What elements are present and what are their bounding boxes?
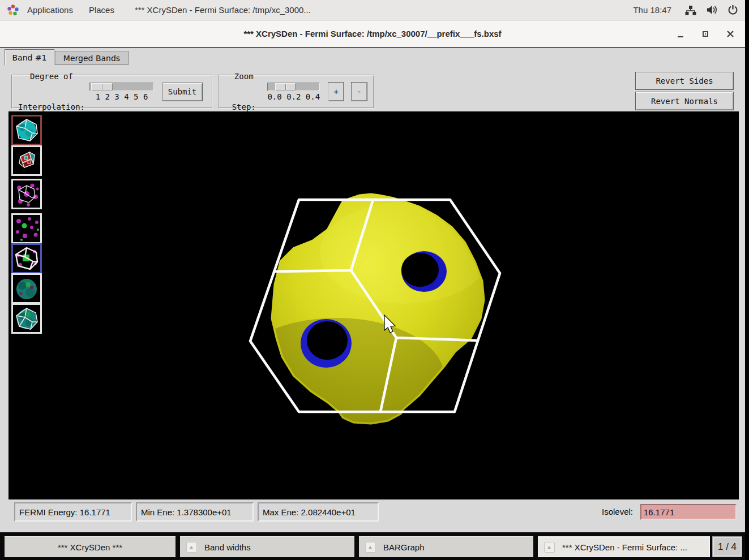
- thumb-teal-wireframe-ball[interactable]: [11, 303, 42, 334]
- window-titlebar[interactable]: *** XCrySDen - Fermi Surface: /tmp/xc_30…: [0, 20, 745, 48]
- menu-places[interactable]: Places: [81, 5, 122, 15]
- thumb-magenta-green-pockets[interactable]: [11, 213, 42, 244]
- taskbar-item-bargraph-label: BARGraph: [383, 542, 425, 552]
- revert-normals-button[interactable]: Revert Normals: [635, 92, 734, 110]
- close-icon[interactable]: [726, 29, 735, 38]
- topbar-active-window-title[interactable]: *** XCrySDen - Fermi Surface: /tmp/xc_30…: [135, 5, 311, 15]
- taskbar-item-band-widths[interactable]: Band widths: [180, 536, 354, 557]
- window-icon: [186, 542, 197, 553]
- fermi-surface-render: [8, 111, 739, 499]
- volume-icon[interactable]: [707, 5, 717, 15]
- taskbar-item-band-widths-label: Band widths: [204, 542, 251, 552]
- interpolation-slider-ticks: 1 2 3 4 5 6: [89, 92, 154, 101]
- zoom-label-line2: Step:: [225, 102, 263, 112]
- interpolation-label-line1: Degree of: [18, 71, 85, 81]
- interpolation-group: Degree of Interpolation: 1 2 3 4 5 6 Sub…: [11, 75, 213, 109]
- interpolation-label-line2: Interpolation:: [18, 102, 85, 112]
- workspace-pager[interactable]: 1 / 4: [712, 536, 742, 557]
- window-title: *** XCrySDen - Fermi Surface: /tmp/xc_30…: [0, 20, 745, 47]
- power-icon[interactable]: [727, 5, 738, 15]
- fermi-surface-blob: [229, 195, 490, 437]
- zoom-group: Zoom Step: 0.0 0.2 0.4 + -: [218, 75, 374, 109]
- zoom-slider-handle[interactable]: [275, 83, 296, 91]
- zoom-slider-trough[interactable]: [267, 83, 320, 91]
- taskbar: *** XCrySDen *** Band widths BARGraph **…: [0, 532, 745, 560]
- window-icon: [365, 542, 376, 553]
- thumb-red-cyan-cube[interactable]: [11, 145, 42, 176]
- screen: Applications Places *** XCrySDen - Fermi…: [0, 0, 749, 560]
- zoom-slider[interactable]: 0.0 0.2 0.4: [267, 83, 320, 101]
- workspace-pager-label: 1 / 4: [718, 541, 737, 553]
- taskbar-item-fermi-surface[interactable]: *** XCrySDen - Fermi Surface: ...: [538, 536, 710, 557]
- zoom-out-button-label: -: [357, 87, 361, 96]
- isolevel-label: Isolevel:: [602, 507, 633, 516]
- desktop-top-bar: Applications Places *** XCrySDen - Fermi…: [0, 0, 745, 20]
- max-energy-status: Max Ene: 2.082440e+01: [258, 502, 379, 522]
- min-energy-text: Min Ene: 1.378300e+01: [141, 507, 232, 517]
- fermi-energy-text: FERMI Energy: 16.1771: [19, 507, 110, 517]
- revert-sides-button[interactable]: Revert Sides: [635, 72, 734, 90]
- revert-sides-label: Revert Sides: [656, 76, 713, 85]
- tab-band-1[interactable]: Band #1: [5, 49, 54, 65]
- thumb-wireframe-green-cell[interactable]: [11, 243, 42, 274]
- submit-button-label: Submit: [168, 87, 197, 96]
- minimize-icon[interactable]: [676, 29, 685, 38]
- menu-applications[interactable]: Applications: [19, 5, 81, 15]
- fermi-surface-canvas[interactable]: [8, 111, 739, 499]
- interpolation-slider-trough[interactable]: [89, 83, 154, 91]
- thumb-cyan-fermi-wireframe[interactable]: [11, 115, 42, 145]
- revert-normals-label: Revert Normals: [651, 97, 718, 106]
- tab-band-1-label: Band #1: [12, 53, 46, 62]
- zoom-in-button-label: +: [333, 87, 338, 96]
- thumb-magenta-wireframe[interactable]: [11, 179, 42, 209]
- zoom-in-button[interactable]: +: [328, 82, 344, 101]
- window-icon: [544, 542, 555, 553]
- surface-hole-lower: [301, 319, 352, 368]
- zoom-label-line1: Zoom: [225, 71, 263, 81]
- taskbar-item-xcrysden[interactable]: *** XCrySDen ***: [5, 536, 176, 557]
- min-energy-status: Min Ene: 1.378300e+01: [136, 502, 254, 522]
- maximize-icon[interactable]: [701, 29, 710, 38]
- interpolation-slider[interactable]: 1 2 3 4 5 6: [89, 83, 154, 101]
- max-energy-text: Max Ene: 2.082440e+01: [263, 507, 356, 517]
- interpolation-slider-handle[interactable]: [91, 83, 113, 91]
- isolevel-input[interactable]: [640, 504, 737, 520]
- zoom-out-button[interactable]: -: [351, 82, 367, 101]
- taskbar-item-xcrysden-label: *** XCrySDen ***: [58, 542, 122, 552]
- xcrysden-window: Band #1 Merged Bands Degree of Interpola…: [0, 48, 745, 532]
- fermi-energy-status: FERMI Energy: 16.1771: [14, 502, 132, 522]
- distro-logo-icon[interactable]: [7, 4, 19, 16]
- clock[interactable]: Thu 18:47: [633, 5, 671, 15]
- network-icon[interactable]: [685, 5, 696, 15]
- thumb-teal-ball[interactable]: [11, 273, 42, 304]
- zoom-slider-ticks: 0.0 0.2 0.4: [267, 92, 320, 101]
- submit-button[interactable]: Submit: [162, 83, 203, 101]
- taskbar-item-fermi-surface-label: *** XCrySDen - Fermi Surface: ...: [562, 542, 687, 552]
- taskbar-item-bargraph[interactable]: BARGraph: [359, 536, 533, 557]
- surface-hole-upper: [401, 251, 447, 292]
